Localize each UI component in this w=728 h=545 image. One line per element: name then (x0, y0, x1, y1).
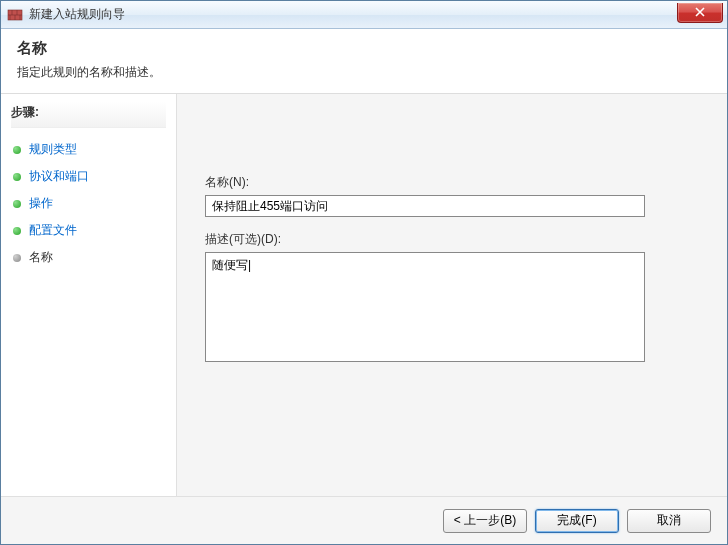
bullet-icon (13, 200, 21, 208)
back-button[interactable]: < 上一步(B) (443, 509, 527, 533)
bullet-icon (13, 254, 21, 262)
name-input[interactable] (205, 195, 645, 217)
close-icon (695, 7, 705, 17)
titlebar: 新建入站规则向导 (1, 1, 727, 29)
step-action[interactable]: 操作 (11, 190, 166, 217)
bullet-icon (13, 146, 21, 154)
step-protocol-port[interactable]: 协议和端口 (11, 163, 166, 190)
step-rule-type[interactable]: 规则类型 (11, 136, 166, 163)
cancel-button[interactable]: 取消 (627, 509, 711, 533)
step-label: 操作 (29, 195, 53, 212)
name-label: 名称(N): (205, 174, 699, 191)
steps-heading: 步骤: (11, 102, 166, 128)
wizard-footer: < 上一步(B) 完成(F) 取消 (1, 496, 727, 544)
wizard-window: 新建入站规则向导 名称 指定此规则的名称和描述。 步骤: 规则类型 协议和端口 … (0, 0, 728, 545)
page-subtitle: 指定此规则的名称和描述。 (17, 64, 711, 81)
page-title: 名称 (17, 39, 711, 58)
step-label: 配置文件 (29, 222, 77, 239)
bullet-icon (13, 227, 21, 235)
step-profile[interactable]: 配置文件 (11, 217, 166, 244)
bullet-icon (13, 173, 21, 181)
steps-sidebar: 步骤: 规则类型 协议和端口 操作 配置文件 名称 (1, 94, 177, 496)
description-field-block: 描述(可选)(D): (205, 231, 699, 365)
description-textarea[interactable] (205, 252, 645, 362)
step-name[interactable]: 名称 (11, 244, 166, 271)
name-field-block: 名称(N): (205, 174, 699, 217)
window-title: 新建入站规则向导 (29, 6, 677, 23)
step-label: 协议和端口 (29, 168, 89, 185)
finish-button[interactable]: 完成(F) (535, 509, 619, 533)
firewall-icon (7, 7, 23, 23)
close-button[interactable] (677, 3, 723, 23)
description-label: 描述(可选)(D): (205, 231, 699, 248)
step-label: 规则类型 (29, 141, 77, 158)
wizard-header: 名称 指定此规则的名称和描述。 (1, 29, 727, 94)
form-panel: 名称(N): 描述(可选)(D): (177, 94, 727, 496)
wizard-body: 步骤: 规则类型 协议和端口 操作 配置文件 名称 (1, 94, 727, 496)
step-label: 名称 (29, 249, 53, 266)
